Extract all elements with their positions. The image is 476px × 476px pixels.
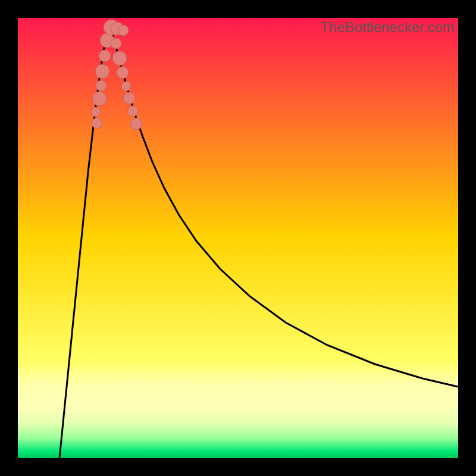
marker-dot bbox=[127, 106, 138, 117]
curve-right-branch bbox=[110, 27, 458, 387]
plot-area: TheBottlenecker.com bbox=[18, 18, 458, 458]
marker-dot bbox=[95, 64, 109, 79]
data-markers bbox=[91, 20, 142, 130]
marker-dot bbox=[118, 25, 129, 36]
marker-dot bbox=[117, 67, 129, 79]
marker-dot bbox=[123, 92, 135, 104]
marker-dot bbox=[91, 107, 101, 117]
marker-dot bbox=[96, 80, 107, 91]
plot-overlay bbox=[18, 18, 458, 458]
marker-dot bbox=[92, 92, 107, 106]
marker-dot bbox=[99, 50, 111, 62]
watermark-text: TheBottlenecker.com bbox=[321, 19, 455, 36]
chart-frame: TheBottlenecker.com bbox=[0, 0, 476, 476]
marker-dot bbox=[130, 118, 142, 130]
marker-dot bbox=[92, 118, 102, 129]
bottleneck-curves bbox=[60, 27, 458, 458]
marker-dot bbox=[112, 51, 127, 65]
curve-left-branch bbox=[60, 27, 110, 458]
marker-dot bbox=[121, 82, 131, 91]
marker-dot bbox=[111, 38, 121, 49]
